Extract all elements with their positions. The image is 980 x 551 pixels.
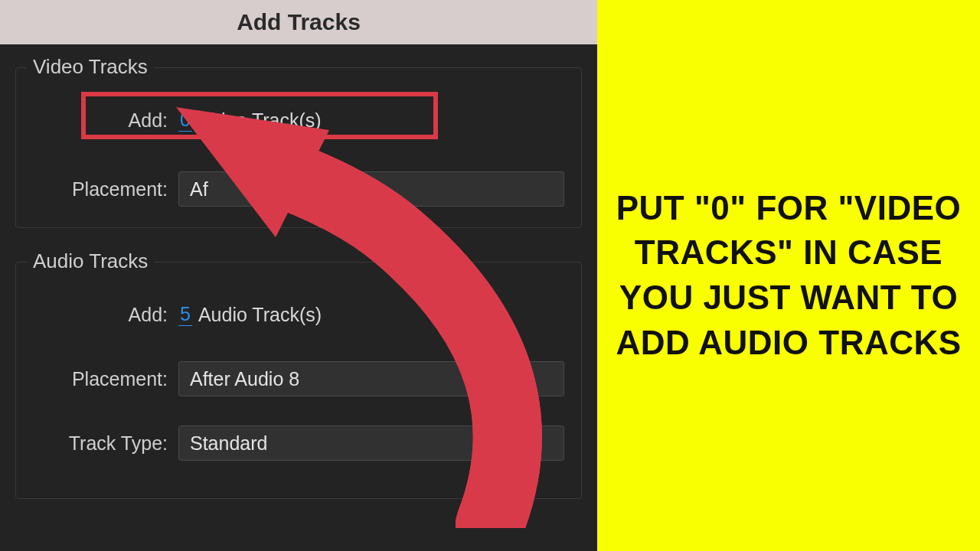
audio-tracks-group: Audio Tracks Add: 5 Audio Track(s) Place… [15, 262, 582, 499]
audio-tracktype-value: Standard [190, 432, 267, 455]
instruction-panel: PUT "0" FOR "VIDEO TRACKS" IN CASE YOU J… [597, 0, 980, 551]
audio-placement-row: Placement: After Audio 8 [33, 359, 564, 399]
video-add-count-input[interactable]: 0 [178, 109, 192, 132]
audio-tracktype-dropdown[interactable]: Standard [178, 425, 564, 461]
video-add-row: Add: 0 Video Track(s) [33, 100, 564, 140]
audio-placement-dropdown[interactable]: After Audio 8 [178, 361, 564, 396]
audio-add-count-input[interactable]: 5 [178, 303, 192, 326]
video-placement-label: Placement: [33, 178, 178, 201]
dialog-title: Add Tracks [0, 0, 597, 44]
audio-add-suffix: Audio Track(s) [198, 304, 322, 326]
audio-tracktype-label: Track Type: [33, 432, 178, 455]
video-tracks-legend: Video Tracks [27, 55, 154, 79]
audio-placement-label: Placement: [33, 368, 178, 390]
video-placement-row: Placement: Af [33, 169, 564, 209]
audio-add-label: Add: [33, 304, 178, 326]
audio-tracks-legend: Audio Tracks [27, 249, 154, 273]
add-tracks-dialog: Add Tracks Video Tracks Add: 0 Video Tra… [0, 0, 597, 551]
dialog-body: Video Tracks Add: 0 Video Track(s) Place… [0, 44, 597, 551]
video-add-label: Add: [33, 109, 178, 132]
video-tracks-group: Video Tracks Add: 0 Video Track(s) Place… [15, 67, 582, 228]
video-add-suffix: Video Track(s) [198, 109, 322, 132]
video-placement-dropdown[interactable]: Af [178, 171, 564, 207]
audio-tracktype-row: Track Type: Standard [33, 423, 564, 463]
audio-placement-value: After Audio 8 [190, 368, 299, 390]
video-placement-value: Af [190, 178, 208, 201]
audio-add-row: Add: 5 Audio Track(s) [33, 295, 564, 334]
instruction-text: PUT "0" FOR "VIDEO TRACKS" IN CASE YOU J… [616, 186, 962, 365]
